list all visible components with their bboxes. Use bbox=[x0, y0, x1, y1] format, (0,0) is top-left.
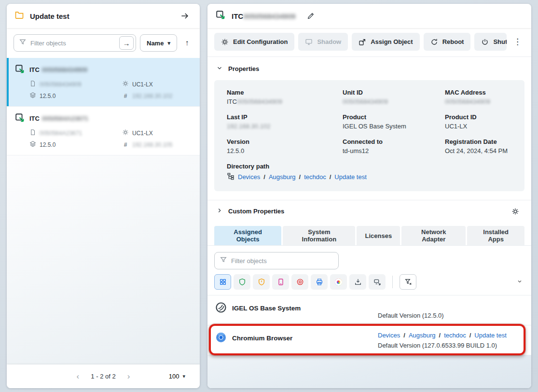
properties-grid: Name ITC0050568434909 Unit ID 0050568434… bbox=[214, 80, 524, 191]
field-label: Last IP bbox=[227, 113, 337, 121]
page-size-dropdown[interactable]: 100 ▾ bbox=[169, 373, 185, 380]
custom-properties-gear-icon[interactable] bbox=[508, 204, 523, 219]
device-list-item-1[interactable]: ITC0050568434909 0050568434909 UC1-LX 12… bbox=[7, 58, 200, 107]
properties-section-header[interactable]: Properties bbox=[207, 57, 531, 80]
document-icon bbox=[29, 129, 36, 137]
filter-download-tray-icon[interactable] bbox=[349, 274, 366, 290]
detail-tabs: Assigned Objects System Information Lice… bbox=[207, 222, 531, 246]
directory-breadcrumb: Devices Augsburg techdoc Update test bbox=[227, 172, 512, 182]
shutdown-button[interactable]: Shutdown bbox=[474, 33, 507, 51]
field-value: Oct 24, 2024, 4:54 PM bbox=[445, 147, 512, 154]
clear-filter-icon[interactable] bbox=[400, 274, 416, 290]
left-panel-title: Update test bbox=[30, 12, 69, 20]
assigned-object-row-chromium[interactable]: Chromium Browser Devices Augsburg techdo… bbox=[207, 325, 531, 355]
device-model-value: UC1-LX bbox=[132, 81, 153, 88]
assigned-object-info-cell: Default Version (12.5.0) bbox=[378, 302, 524, 319]
breadcrumb-link-devices[interactable]: Devices bbox=[238, 173, 260, 181]
device-model-cell: UC1-LX bbox=[122, 129, 193, 137]
filter-objects-input[interactable] bbox=[30, 40, 115, 47]
assign-object-button[interactable]: Assign Object bbox=[352, 33, 419, 51]
filter-profiles-shield-icon[interactable] bbox=[234, 274, 250, 290]
funnel-icon bbox=[19, 38, 27, 48]
device-version-value: 12.5.0 bbox=[40, 93, 55, 99]
ums-console-page: Update test → Name ▾ ↑ bbox=[0, 0, 538, 392]
breadcrumb-link-augsburg[interactable]: Augsburg bbox=[263, 173, 295, 181]
device-name-redacted: 0050564A23671 bbox=[42, 115, 88, 122]
field-registration-date: Registration Date Oct 24, 2024, 4:54 PM bbox=[445, 138, 512, 154]
field-name: Name ITC0050568434909 bbox=[227, 89, 337, 105]
page-previous-icon[interactable]: ‹ bbox=[70, 369, 85, 384]
device-icon bbox=[14, 64, 25, 76]
sort-direction-arrow-icon[interactable]: ↑ bbox=[181, 36, 193, 50]
breadcrumb-link-techdoc[interactable]: techdoc bbox=[439, 332, 466, 339]
reboot-label: Reboot bbox=[442, 38, 464, 45]
gear-icon bbox=[122, 80, 129, 88]
device-details: 0050564A23671 UC1-LX 12.5.0 # 192.168.30… bbox=[29, 129, 193, 149]
folder-icon bbox=[14, 10, 24, 22]
field-label: Unit ID bbox=[343, 89, 439, 96]
filter-printer-icon[interactable] bbox=[311, 274, 328, 290]
breadcrumb-link-update-test[interactable]: Update test bbox=[330, 173, 367, 181]
field-value: 12.5.0 bbox=[227, 147, 337, 154]
chevron-right-icon bbox=[216, 207, 223, 215]
filter-submit-arrow-icon[interactable]: → bbox=[119, 36, 134, 50]
filter-apps-grid-icon[interactable] bbox=[214, 274, 231, 290]
device-ip-cell: # 192.168.30.105 bbox=[122, 140, 193, 149]
tab-installed-apps[interactable]: Installed Apps bbox=[467, 226, 524, 245]
reboot-button[interactable]: Reboot bbox=[424, 33, 471, 51]
device-action-toolbar: Edit Configuration Shadow Assign Object … bbox=[207, 28, 531, 57]
shadow-button[interactable]: Shadow bbox=[298, 33, 348, 51]
properties-section-title: Properties bbox=[228, 65, 259, 72]
assigned-object-row-igel-os[interactable]: IGEL OS Base System Default Version (12.… bbox=[207, 295, 531, 325]
sort-by-dropdown[interactable]: Name ▾ bbox=[140, 34, 177, 52]
field-label: Product bbox=[343, 113, 439, 121]
breadcrumb-link-update-test[interactable]: Update test bbox=[469, 332, 507, 339]
device-title: ITC0050568434909 bbox=[14, 64, 193, 76]
assigned-filter-input[interactable] bbox=[231, 257, 336, 265]
tab-assigned-objects[interactable]: Assigned Objects bbox=[214, 226, 281, 245]
device-page-title: ITC0050568434909 bbox=[232, 12, 296, 20]
chromium-logo-icon bbox=[215, 332, 227, 345]
device-unit-id-cell: 0050568434909 bbox=[29, 80, 122, 88]
more-actions-kebab-icon[interactable]: ⋮ bbox=[510, 33, 524, 51]
caret-down-icon: ▾ bbox=[167, 40, 170, 46]
tab-network-adapter[interactable]: Network Adapter bbox=[401, 226, 466, 245]
edit-configuration-button[interactable]: Edit Configuration bbox=[214, 33, 294, 51]
filter-mobile-device-icon[interactable] bbox=[272, 274, 289, 290]
device-name-redacted: 0050568434909 bbox=[42, 66, 87, 73]
collapse-filter-chevron-icon[interactable] bbox=[515, 277, 524, 288]
tab-system-information[interactable]: System Information bbox=[283, 226, 355, 245]
expand-panel-arrow-icon[interactable] bbox=[178, 9, 192, 23]
filter-deploy-device-icon[interactable] bbox=[369, 274, 386, 290]
field-label: Connected to bbox=[343, 138, 439, 145]
device-list-item-2[interactable]: ITC0050564A23671 0050564A23671 UC1-LX 12… bbox=[7, 107, 200, 155]
field-value-redacted: 0050568434909 bbox=[343, 98, 439, 105]
field-label: MAC Address bbox=[445, 89, 512, 96]
toolbar-divider bbox=[392, 276, 393, 288]
shadow-label: Shadow bbox=[317, 38, 341, 45]
rename-pencil-icon[interactable] bbox=[303, 9, 318, 23]
assigned-object-name: IGEL OS Base System bbox=[232, 305, 301, 312]
name-prefix: ITC bbox=[227, 98, 237, 105]
filter-priority-profiles-shield-icon[interactable] bbox=[253, 274, 270, 290]
page-next-icon[interactable]: › bbox=[122, 369, 136, 384]
custom-properties-section-header[interactable]: Custom Properties bbox=[207, 200, 531, 222]
field-label: Version bbox=[227, 138, 337, 145]
assigned-object-breadcrumb: Devices Augsburg techdoc Update test bbox=[378, 332, 524, 339]
detail-panel: ITC0050568434909 Edit Configuration Shad… bbox=[207, 4, 531, 388]
device-unit-id-redacted: 0050564A23671 bbox=[40, 130, 82, 137]
layers-icon bbox=[29, 92, 36, 100]
breadcrumb-link-devices[interactable]: Devices bbox=[378, 332, 400, 339]
device-unit-id-redacted: 0050568434909 bbox=[40, 81, 82, 88]
filter-objects-field[interactable]: → bbox=[14, 34, 136, 52]
breadcrumb-link-techdoc[interactable]: techdoc bbox=[299, 173, 326, 181]
device-icon bbox=[215, 10, 226, 22]
tab-licenses[interactable]: Licenses bbox=[357, 226, 400, 245]
breadcrumb-link-augsburg[interactable]: Augsburg bbox=[403, 332, 435, 339]
filter-color-wheel-icon[interactable] bbox=[330, 274, 347, 290]
document-icon bbox=[29, 80, 36, 88]
filter-target-icon[interactable] bbox=[291, 274, 308, 290]
assigned-filter-field[interactable] bbox=[214, 252, 339, 269]
pagination-bar: ‹ 1 - 2 of 2 › 100 ▾ bbox=[7, 364, 200, 388]
device-icon bbox=[14, 112, 25, 125]
